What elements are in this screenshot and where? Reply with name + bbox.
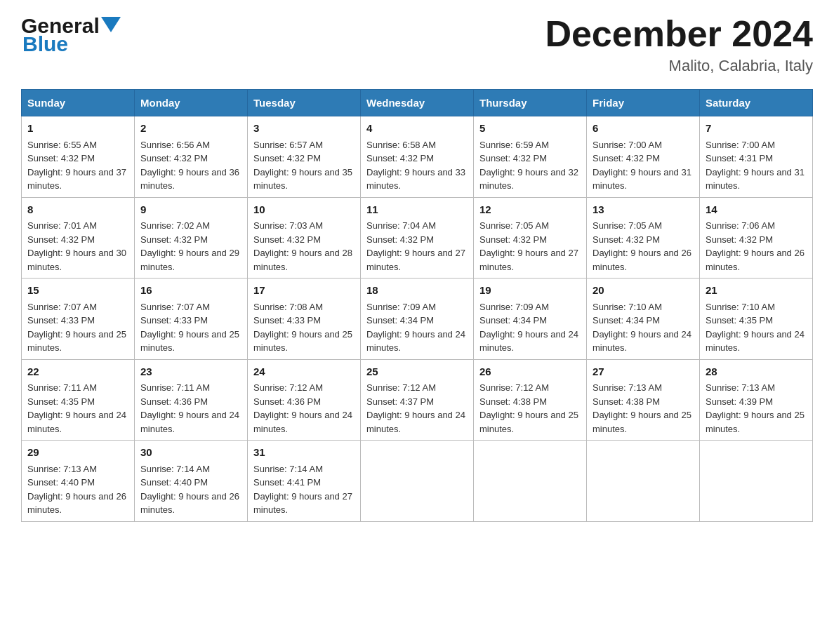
table-row [361,441,474,522]
table-row: 8Sunrise: 7:01 AMSunset: 4:32 PMDaylight… [22,197,135,279]
table-row: 5Sunrise: 6:59 AMSunset: 4:32 PMDaylight… [474,116,587,198]
day-number: 13 [593,202,694,218]
calendar-week-row: 22Sunrise: 7:11 AMSunset: 4:35 PMDayligh… [22,359,813,441]
day-number: 22 [27,364,128,380]
table-row: 3Sunrise: 6:57 AMSunset: 4:32 PMDaylight… [248,116,361,198]
day-number: 24 [253,364,355,380]
table-row: 10Sunrise: 7:03 AMSunset: 4:32 PMDayligh… [248,197,361,279]
table-row: 12Sunrise: 7:05 AMSunset: 4:32 PMDayligh… [474,197,587,279]
table-row: 15Sunrise: 7:07 AMSunset: 4:33 PMDayligh… [22,279,135,360]
day-number: 29 [27,445,128,461]
table-row: 29Sunrise: 7:13 AMSunset: 4:40 PMDayligh… [22,441,135,522]
table-row: 28Sunrise: 7:13 AMSunset: 4:39 PMDayligh… [700,359,813,441]
calendar-table: Sunday Monday Tuesday Wednesday Thursday… [21,89,813,522]
day-number: 12 [479,202,581,218]
day-number: 3 [253,121,355,137]
table-row: 26Sunrise: 7:12 AMSunset: 4:38 PMDayligh… [474,359,587,441]
day-number: 28 [706,364,807,380]
day-number: 4 [366,121,468,137]
table-row: 16Sunrise: 7:07 AMSunset: 4:33 PMDayligh… [135,279,248,360]
table-row: 30Sunrise: 7:14 AMSunset: 4:40 PMDayligh… [135,441,248,522]
day-number: 26 [479,364,581,380]
day-number: 2 [140,121,241,137]
calendar-week-row: 1Sunrise: 6:55 AMSunset: 4:32 PMDaylight… [22,116,813,198]
day-number: 9 [140,202,241,218]
title-block: December 2024 Malito, Calabria, Italy [545,14,813,75]
table-row: 17Sunrise: 7:08 AMSunset: 4:33 PMDayligh… [248,279,361,360]
col-saturday: Saturday [700,90,813,116]
calendar-header-row: Sunday Monday Tuesday Wednesday Thursday… [22,90,813,116]
col-sunday: Sunday [22,90,135,116]
calendar-week-row: 8Sunrise: 7:01 AMSunset: 4:32 PMDaylight… [22,197,813,279]
table-row [474,441,587,522]
table-row: 31Sunrise: 7:14 AMSunset: 4:41 PMDayligh… [248,441,361,522]
day-number: 11 [366,202,468,218]
day-number: 21 [706,283,807,299]
logo-arrow-icon [101,17,121,36]
day-number: 18 [366,283,468,299]
table-row: 13Sunrise: 7:05 AMSunset: 4:32 PMDayligh… [587,197,700,279]
calendar-subtitle: Malito, Calabria, Italy [545,57,813,75]
day-number: 1 [27,121,128,137]
table-row: 22Sunrise: 7:11 AMSunset: 4:35 PMDayligh… [22,359,135,441]
calendar-title: December 2024 [545,14,813,54]
day-number: 15 [27,283,128,299]
svg-marker-0 [101,17,121,32]
day-number: 7 [706,121,807,137]
day-number: 8 [27,202,128,218]
logo-blue-text: Blue [22,32,68,56]
table-row: 7Sunrise: 7:00 AMSunset: 4:31 PMDaylight… [700,116,813,198]
table-row [700,441,813,522]
day-number: 31 [253,445,355,461]
table-row: 14Sunrise: 7:06 AMSunset: 4:32 PMDayligh… [700,197,813,279]
day-number: 27 [593,364,694,380]
day-number: 6 [593,121,694,137]
day-number: 20 [593,283,694,299]
day-number: 5 [479,121,581,137]
table-row: 21Sunrise: 7:10 AMSunset: 4:35 PMDayligh… [700,279,813,360]
page-header: General Blue December 2024 Malito, Calab… [21,14,813,75]
table-row: 11Sunrise: 7:04 AMSunset: 4:32 PMDayligh… [361,197,474,279]
col-friday: Friday [587,90,700,116]
table-row: 20Sunrise: 7:10 AMSunset: 4:34 PMDayligh… [587,279,700,360]
day-number: 30 [140,445,241,461]
day-number: 17 [253,283,355,299]
logo: General Blue [21,14,121,56]
table-row: 6Sunrise: 7:00 AMSunset: 4:32 PMDaylight… [587,116,700,198]
table-row: 25Sunrise: 7:12 AMSunset: 4:37 PMDayligh… [361,359,474,441]
table-row [587,441,700,522]
day-number: 16 [140,283,241,299]
day-number: 19 [479,283,581,299]
day-number: 14 [706,202,807,218]
table-row: 24Sunrise: 7:12 AMSunset: 4:36 PMDayligh… [248,359,361,441]
table-row: 19Sunrise: 7:09 AMSunset: 4:34 PMDayligh… [474,279,587,360]
day-number: 10 [253,202,355,218]
col-wednesday: Wednesday [361,90,474,116]
table-row: 27Sunrise: 7:13 AMSunset: 4:38 PMDayligh… [587,359,700,441]
col-thursday: Thursday [474,90,587,116]
day-number: 23 [140,364,241,380]
table-row: 2Sunrise: 6:56 AMSunset: 4:32 PMDaylight… [135,116,248,198]
table-row: 18Sunrise: 7:09 AMSunset: 4:34 PMDayligh… [361,279,474,360]
table-row: 1Sunrise: 6:55 AMSunset: 4:32 PMDaylight… [22,116,135,198]
table-row: 4Sunrise: 6:58 AMSunset: 4:32 PMDaylight… [361,116,474,198]
table-row: 9Sunrise: 7:02 AMSunset: 4:32 PMDaylight… [135,197,248,279]
day-number: 25 [366,364,468,380]
col-tuesday: Tuesday [248,90,361,116]
calendar-week-row: 15Sunrise: 7:07 AMSunset: 4:33 PMDayligh… [22,279,813,360]
col-monday: Monday [135,90,248,116]
table-row: 23Sunrise: 7:11 AMSunset: 4:36 PMDayligh… [135,359,248,441]
calendar-week-row: 29Sunrise: 7:13 AMSunset: 4:40 PMDayligh… [22,441,813,522]
